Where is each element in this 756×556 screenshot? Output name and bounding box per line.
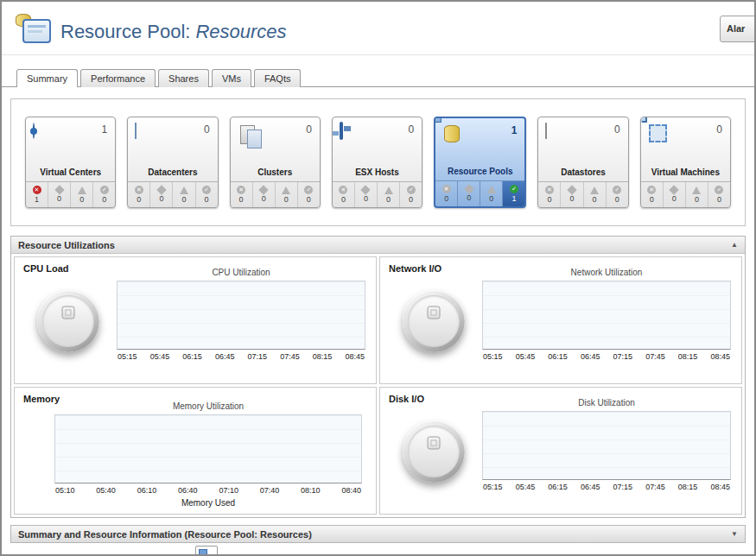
warning-icon xyxy=(384,186,393,194)
critical-icon xyxy=(54,185,64,194)
status-fatal: 1 xyxy=(26,182,48,207)
normal-icon xyxy=(202,186,211,194)
network-gauge xyxy=(403,290,465,352)
tab-summary[interactable]: Summary xyxy=(16,69,78,87)
critical-icon xyxy=(567,185,576,194)
summary-section-header[interactable]: Summary and Resource Information (Resour… xyxy=(10,525,746,543)
x-axis-ticks: 05:1505:4506:1506:4507:1507:4508:1508:45 xyxy=(482,483,731,491)
resource-pool-icon xyxy=(16,12,54,45)
status-critical: 0 xyxy=(355,182,378,207)
fatal-icon xyxy=(135,186,143,194)
status-fatal: 0 xyxy=(435,181,458,206)
collapse-up-icon[interactable]: ▲ xyxy=(731,241,738,249)
page-title-name: Resources xyxy=(195,21,286,42)
status-row: 1 0 0 0 xyxy=(26,181,115,207)
status-critical: 0 xyxy=(458,181,480,206)
status-row: 0 0 0 0 xyxy=(538,181,627,207)
inventory-tiles: 1 Virtual Centers 1 0 0 0 0 Datacenters … xyxy=(10,98,746,226)
warning-icon xyxy=(180,186,188,194)
tab-vms[interactable]: VMs xyxy=(212,69,251,87)
memory-chart: Memory Utilization 05:1005:4006:1006:400… xyxy=(54,401,362,508)
alarms-button[interactable]: Alar xyxy=(720,16,756,42)
status-row: 0 0 0 0 xyxy=(231,181,320,207)
tile-label: Datacenters xyxy=(128,167,217,181)
warning-icon xyxy=(78,186,86,194)
fatal-icon xyxy=(647,186,656,194)
tab-performance[interactable]: Performance xyxy=(80,69,156,87)
tile-count: 0 xyxy=(306,123,312,136)
tile-resource-pools[interactable]: 1 Resource Pools 0 0 0 1 xyxy=(434,117,526,208)
datacenters-icon xyxy=(135,123,137,139)
status-normal: 0 xyxy=(93,182,115,207)
fatal-icon xyxy=(442,185,451,193)
chart-title: Memory Utilization xyxy=(54,401,362,411)
disk-io-panel: Disk I/O Disk Utilization 05:1505:4506:1… xyxy=(379,387,742,515)
normal-icon xyxy=(613,186,621,194)
status-critical: 0 xyxy=(561,182,583,207)
disk-chart: Disk Utilization 05:1505:4506:1506:4507:… xyxy=(482,398,731,491)
status-fatal: 0 xyxy=(538,182,561,207)
tile-count: 0 xyxy=(204,123,210,136)
resource-utilizations-header[interactable]: Resource Utilizations ▲ xyxy=(11,237,745,254)
section-title: Summary and Resource Information (Resour… xyxy=(18,529,312,540)
status-fatal: 0 xyxy=(333,182,355,207)
panel-title: Network I/O xyxy=(389,263,442,274)
tile-datastores[interactable]: 0 Datastores 0 0 0 0 xyxy=(537,117,628,208)
tile-count: 0 xyxy=(716,123,722,136)
cpu-load-panel: CPU Load CPU Utilization 05:1505:4506:15… xyxy=(14,256,377,384)
critical-icon xyxy=(361,185,371,194)
tile-virtual-centers[interactable]: 1 Virtual Centers 1 0 0 0 xyxy=(25,117,116,208)
status-normal: 0 xyxy=(298,182,320,207)
fatal-icon xyxy=(237,186,245,194)
status-critical: 0 xyxy=(150,182,173,207)
page-title-prefix: Resource Pool: xyxy=(60,21,190,42)
critical-icon xyxy=(464,184,473,193)
warning-icon xyxy=(487,186,496,193)
status-fatal: 0 xyxy=(128,182,150,207)
gauge-badge-icon xyxy=(428,436,441,449)
cpu-chart: CPU Utilization 05:1505:4506:1506:4507:1… xyxy=(117,268,365,361)
status-critical: 0 xyxy=(48,182,71,207)
status-fatal: 0 xyxy=(641,182,664,207)
x-axis-ticks: 05:1505:4506:1506:4507:1507:4508:1508:45 xyxy=(117,352,365,361)
chart-plot-area xyxy=(54,414,362,483)
page-header: Resource Pool:Resources Alar xyxy=(2,2,754,55)
critical-icon xyxy=(670,185,679,194)
status-warning: 0 xyxy=(480,181,503,206)
status-normal: 0 xyxy=(400,182,422,207)
tab-faqts[interactable]: FAQts xyxy=(254,69,302,87)
status-row: 0 0 0 0 xyxy=(333,181,422,207)
fatal-icon xyxy=(33,186,41,194)
normal-icon xyxy=(100,186,109,194)
status-row: 0 0 0 0 xyxy=(641,181,730,207)
chart-plot-area xyxy=(117,281,365,350)
tile-esx-hosts[interactable]: 0 ESX Hosts 0 0 0 0 xyxy=(332,117,422,208)
warning-icon xyxy=(282,186,290,194)
esx-hosts-icon xyxy=(340,122,343,140)
status-warning: 0 xyxy=(378,182,400,207)
status-fatal: 0 xyxy=(231,182,253,207)
tile-label: ESX Hosts xyxy=(333,167,422,181)
chart-title: Disk Utilization xyxy=(482,398,731,408)
cpu-gauge xyxy=(37,290,99,352)
chart-legend: Memory Used xyxy=(54,498,362,508)
status-warning: 0 xyxy=(686,182,708,207)
datastores-icon xyxy=(545,123,547,139)
warning-icon xyxy=(590,186,599,194)
status-warning: 0 xyxy=(584,182,607,207)
tile-datacenters[interactable]: 0 Datacenters 0 0 0 0 xyxy=(127,117,218,208)
utilization-panels: CPU Load CPU Utilization 05:1505:4506:15… xyxy=(11,254,745,517)
gauge-badge-icon xyxy=(428,306,441,319)
tab-shares[interactable]: Shares xyxy=(158,69,209,87)
section-title: Resource Utilizations xyxy=(18,240,115,250)
status-row: 0 0 0 1 xyxy=(435,180,524,206)
critical-icon xyxy=(259,185,269,194)
tile-clusters[interactable]: 0 Clusters 0 0 0 0 xyxy=(230,117,321,208)
chart-plot-area xyxy=(482,411,731,480)
tile-virtual-machines[interactable]: 0 Virtual Machines 0 0 0 0 xyxy=(640,117,731,208)
tab-bar: Summary Performance Shares VMs FAQts xyxy=(2,55,754,87)
chevron-down-icon[interactable]: ▼ xyxy=(731,530,738,538)
x-axis-ticks: 05:1505:4506:1506:4507:1507:4508:1508:45 xyxy=(482,352,731,361)
tile-count: 1 xyxy=(511,124,518,136)
chart-title: Network Utilization xyxy=(482,268,731,277)
